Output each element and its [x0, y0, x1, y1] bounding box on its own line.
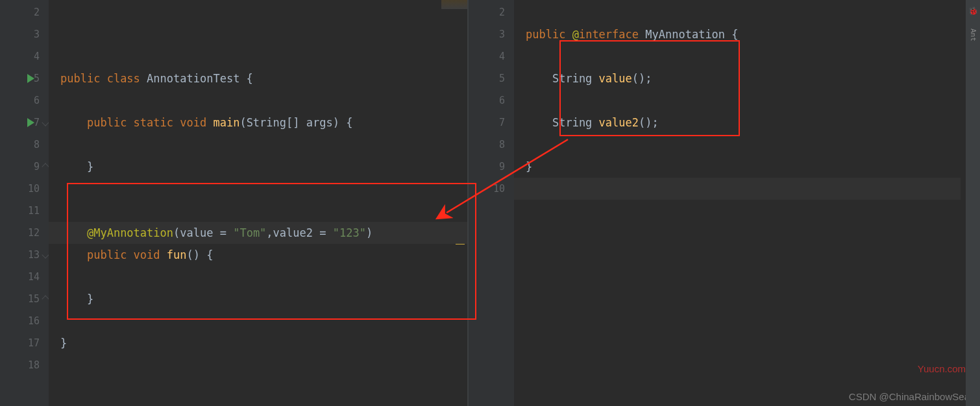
- code-line[interactable]: [49, 23, 467, 45]
- code-token: "Tom": [233, 226, 266, 239]
- code-line[interactable]: [49, 200, 467, 222]
- run-gutter-icon[interactable]: [27, 74, 34, 83]
- code-token: class: [107, 72, 147, 85]
- line-number[interactable]: 8: [0, 134, 49, 156]
- code-line[interactable]: [49, 178, 467, 200]
- line-number[interactable]: 18: [0, 354, 49, 376]
- code-token: interface: [579, 28, 645, 41]
- line-number[interactable]: 14: [0, 266, 49, 288]
- fold-open-icon[interactable]: [42, 251, 49, 258]
- code-token: args: [306, 116, 333, 129]
- code-area-right[interactable]: public @interface MyAnnotation { String …: [514, 0, 961, 406]
- code-line[interactable]: [49, 45, 467, 67]
- line-number[interactable]: 13: [0, 244, 49, 266]
- watermark-site: Yuucn.com: [918, 363, 966, 374]
- line-number[interactable]: 2: [469, 1, 514, 23]
- line-number[interactable]: 7: [0, 112, 49, 134]
- editor-splitter[interactable]: [467, 0, 469, 406]
- line-number[interactable]: 2: [0, 1, 49, 23]
- code-line[interactable]: [49, 266, 467, 288]
- fold-close-icon[interactable]: [42, 295, 49, 302]
- line-number[interactable]: 9: [469, 156, 514, 178]
- code-token: ();: [632, 72, 652, 85]
- line-number[interactable]: 4: [0, 45, 49, 67]
- code-token: =: [220, 226, 233, 239]
- right-tool-rail: 🐞 Ant: [966, 0, 980, 406]
- code-token: ();: [639, 116, 659, 129]
- code-token: value2: [599, 116, 639, 129]
- line-number[interactable]: 10: [469, 178, 514, 200]
- code-line[interactable]: [514, 90, 961, 112]
- code-line[interactable]: }: [49, 288, 467, 310]
- code-line[interactable]: public class AnnotationTest {: [49, 67, 467, 90]
- code-token: public static void: [87, 116, 213, 129]
- code-line[interactable]: [514, 134, 961, 156]
- run-gutter-icon[interactable]: [27, 118, 34, 127]
- code-token: }: [60, 160, 93, 173]
- gutter-right[interactable]: 2345678910: [469, 0, 514, 406]
- line-number[interactable]: 5: [0, 67, 49, 90]
- line-number[interactable]: 3: [0, 23, 49, 45]
- code-area-left[interactable]: public class AnnotationTest { public sta…: [49, 0, 467, 406]
- line-number[interactable]: 8: [469, 134, 514, 156]
- line-number[interactable]: 9: [0, 156, 49, 178]
- line-number[interactable]: 6: [0, 90, 49, 112]
- code-line[interactable]: public @interface MyAnnotation {: [514, 23, 961, 45]
- code-line[interactable]: [49, 134, 467, 156]
- editor-pane-right: 2345678910 public @interface MyAnnotatio…: [469, 0, 961, 406]
- code-token: [60, 248, 87, 261]
- code-token: String: [247, 116, 286, 129]
- line-number[interactable]: 5: [469, 67, 514, 90]
- code-token: public: [60, 72, 107, 85]
- code-token: () {: [187, 248, 214, 261]
- fold-close-icon[interactable]: [42, 163, 49, 170]
- code-token: (: [173, 226, 180, 239]
- code-token: public: [526, 28, 572, 41]
- line-number[interactable]: 15: [0, 288, 49, 310]
- code-token: {: [247, 72, 253, 85]
- code-token: []: [286, 116, 306, 129]
- code-token: ,: [266, 226, 273, 239]
- ant-tool-label[interactable]: Ant: [969, 29, 977, 42]
- code-token: public void: [87, 248, 167, 261]
- line-number[interactable]: 11: [0, 200, 49, 222]
- code-line[interactable]: }: [49, 156, 467, 178]
- code-line[interactable]: public static void main(String[] args) {: [49, 112, 467, 134]
- code-token: main: [213, 116, 239, 129]
- code-line[interactable]: [514, 178, 961, 200]
- line-number[interactable]: 4: [469, 45, 514, 67]
- fold-open-icon[interactable]: [42, 119, 49, 126]
- line-number[interactable]: 17: [0, 332, 49, 354]
- code-token: value2: [273, 226, 320, 239]
- line-number[interactable]: 7: [469, 112, 514, 134]
- code-token: "123": [333, 226, 366, 239]
- code-line[interactable]: }: [49, 332, 467, 354]
- code-line[interactable]: String value();: [514, 67, 961, 90]
- code-token: }: [60, 337, 67, 350]
- code-token: MyAnnotation: [645, 28, 731, 41]
- line-number[interactable]: 10: [0, 178, 49, 200]
- editor-pane-left: 23456789101112131415161718 public class …: [0, 0, 467, 406]
- code-token: {: [731, 28, 738, 41]
- code-token: ): [366, 226, 373, 239]
- bug-icon[interactable]: 🐞: [968, 6, 977, 16]
- code-token: ) {: [333, 116, 353, 129]
- code-line[interactable]: [49, 90, 467, 112]
- code-line[interactable]: [49, 354, 467, 376]
- line-number[interactable]: 12: [0, 222, 49, 244]
- code-line[interactable]: @MyAnnotation(value = "Tom",value2 = "12…: [49, 222, 467, 244]
- code-line[interactable]: [49, 1, 467, 23]
- code-line[interactable]: String value2();: [514, 112, 961, 134]
- gutter-left[interactable]: 23456789101112131415161718: [0, 0, 49, 406]
- code-line[interactable]: [514, 45, 961, 67]
- line-number[interactable]: 16: [0, 310, 49, 332]
- code-token: @: [572, 28, 579, 41]
- code-line[interactable]: [514, 1, 961, 23]
- code-line[interactable]: public void fun() {: [49, 244, 467, 266]
- line-number[interactable]: 3: [469, 23, 514, 45]
- line-number[interactable]: 6: [469, 90, 514, 112]
- code-token: [60, 226, 87, 239]
- code-token: value: [180, 226, 219, 239]
- code-line[interactable]: }: [514, 156, 961, 178]
- code-line[interactable]: [49, 310, 467, 332]
